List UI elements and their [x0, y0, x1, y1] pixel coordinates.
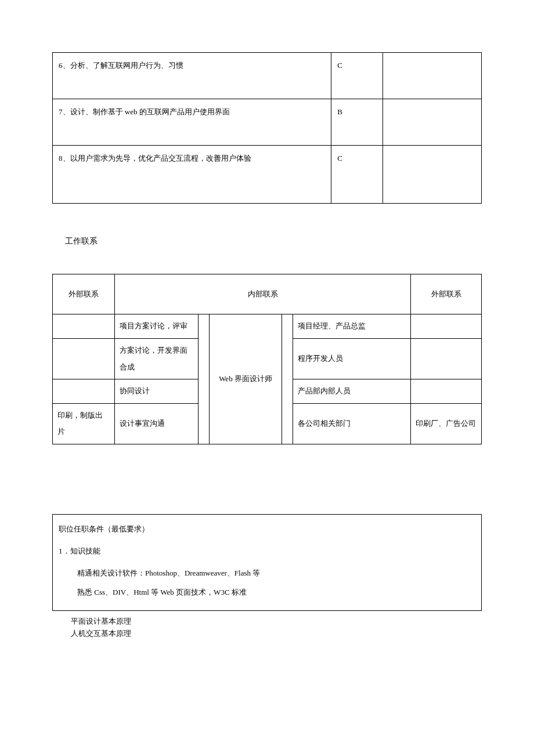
contacts-ext-left-cell — [53, 338, 115, 379]
task-level: C — [331, 146, 383, 204]
task-blank — [383, 146, 482, 204]
requirements-item: 熟悉 Css、DIV、Html 等 Web 页面技术，W3C 标准 — [77, 583, 475, 602]
contacts-header-ext-left: 外部联系 — [53, 274, 115, 314]
contacts-ext-right-cell — [411, 338, 482, 379]
requirements-box: 职位任职条件（最低要求） 1．知识技能 精通相关设计软件：Photoshop、D… — [52, 514, 482, 611]
contacts-left-desc: 协同设计 — [115, 379, 199, 404]
contacts-ext-right-cell — [411, 379, 482, 404]
contacts-header-internal: 内部联系 — [115, 274, 411, 314]
contacts-header-row: 外部联系 内部联系 外部联系 — [53, 274, 482, 314]
requirements-item: 人机交互基本原理 — [71, 628, 482, 640]
task-row: 7、设计、制作基于 web 的互联网产品用户使用界面 B — [53, 99, 482, 146]
contacts-spacer — [282, 314, 293, 444]
requirements-after: 平面设计基本原理 人机交互基本原理 — [71, 616, 482, 640]
task-row: 6、分析、了解互联网用户行为、习惯 C — [53, 53, 482, 99]
task-text: 7、设计、制作基于 web 的互联网产品用户使用界面 — [53, 99, 331, 146]
task-text: 8、以用户需求为先导，优化产品交互流程，改善用户体验 — [53, 146, 331, 204]
task-text: 6、分析、了解互联网用户行为、习惯 — [53, 53, 331, 99]
contacts-ext-left-cell — [53, 379, 115, 404]
contacts-table: 外部联系 内部联系 外部联系 项目方案讨论，评审 Web 界面设计师 项目经理、… — [52, 274, 482, 444]
contacts-right-desc: 产品部内部人员 — [293, 379, 410, 404]
contacts-left-desc: 项目方案讨论，评审 — [115, 314, 199, 339]
contacts-right-desc: 各公司相关部门 — [293, 403, 410, 444]
contacts-heading: 工作联系 — [65, 233, 482, 251]
task-level: B — [331, 99, 383, 146]
contacts-header-ext-right: 外部联系 — [411, 274, 482, 314]
contacts-row: 项目方案讨论，评审 Web 界面设计师 项目经理、产品总监 — [53, 314, 482, 339]
contacts-ext-left-cell: 印刷，制版出片 — [53, 403, 115, 444]
requirements-title: 职位任职条件（最低要求） — [59, 519, 475, 539]
contacts-left-desc: 方案讨论，开发界面合成 — [115, 338, 199, 379]
contacts-right-desc: 程序开发人员 — [293, 338, 410, 379]
contacts-right-desc: 项目经理、产品总监 — [293, 314, 410, 339]
requirements-section-heading: 1．知识技能 — [59, 541, 475, 561]
task-level: C — [331, 53, 383, 99]
contacts-left-desc: 设计事宜沟通 — [115, 403, 199, 444]
contacts-ext-right-cell: 印刷厂、广告公司 — [411, 403, 482, 444]
contacts-ext-left-cell — [53, 314, 115, 339]
requirements-item: 平面设计基本原理 — [71, 616, 482, 628]
requirements-item: 精通相关设计软件：Photoshop、Dreamweaver、Flash 等 — [77, 563, 475, 583]
contacts-spacer — [199, 314, 209, 444]
task-row: 8、以用户需求为先导，优化产品交互流程，改善用户体验 C — [53, 146, 482, 204]
contacts-center-role: Web 界面设计师 — [209, 314, 282, 444]
task-blank — [383, 99, 482, 146]
tasks-table: 6、分析、了解互联网用户行为、习惯 C 7、设计、制作基于 web 的互联网产品… — [52, 52, 482, 204]
contacts-ext-right-cell — [411, 314, 482, 339]
task-blank — [383, 53, 482, 99]
